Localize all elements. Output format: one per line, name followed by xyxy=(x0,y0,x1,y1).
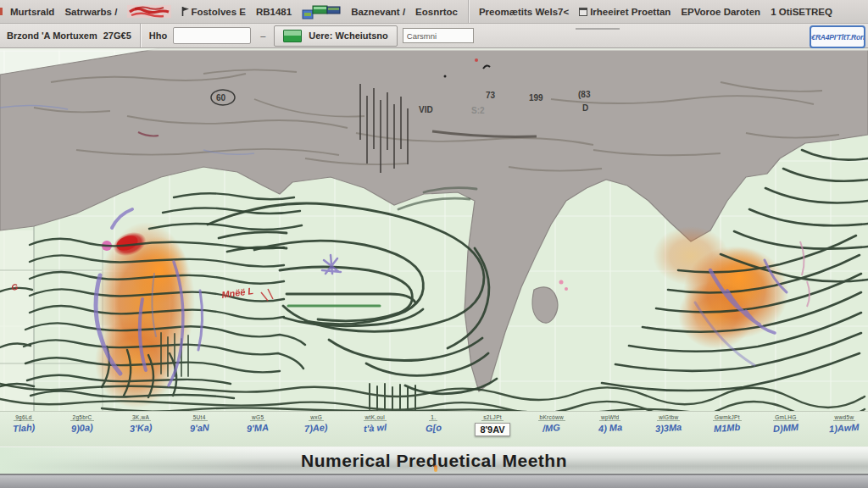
menu-item-8[interactable]: EPVoroe Daroten xyxy=(681,7,760,17)
timeline-step[interactable]: 2g5brC 9)0a) xyxy=(65,414,99,446)
menu-item-5[interactable]: Eosnrtoc xyxy=(415,7,458,17)
level-combo-group: Hho – xyxy=(149,27,270,44)
weather-app-window: Murtsrald Satrwarbs / Fostolves E RB1481 xyxy=(0,0,868,488)
timeline-step[interactable]: wtK,oul t'à wl xyxy=(358,414,392,446)
weather-map[interactable]: 60 VID S:2 73 199 (83 D Mnëë L G xyxy=(0,48,868,411)
timeline-step[interactable]: wpWfd 4) Ma xyxy=(593,414,627,446)
map-layers-icon[interactable] xyxy=(302,4,341,19)
menu-item-9[interactable]: 1 OtiSETREQ xyxy=(771,7,832,17)
map-top-edge xyxy=(0,48,868,51)
flag-icon xyxy=(181,6,189,17)
dataset-group: Brzond 'A Mortuxem 27G€5 xyxy=(7,30,131,41)
orange-speck xyxy=(434,465,437,472)
level-combo-box[interactable] xyxy=(173,27,251,44)
timeline-step[interactable]: bKrcóww /MG xyxy=(535,414,569,446)
timeline-step-selected[interactable]: s2LJPt 8'9AV xyxy=(475,414,509,446)
layer-toggle-button[interactable]: Uere: Wcheiutsno xyxy=(274,25,398,47)
map-canvas[interactable]: 60 VID S:2 73 199 (83 D Mnëë L G xyxy=(0,48,868,411)
edge-accent-mark xyxy=(0,8,3,15)
menu-item-6[interactable]: Preomætits Wels7< xyxy=(479,7,569,17)
red-scribble-logo-icon xyxy=(127,4,171,19)
timeline-step[interactable]: wwd5w 1)AwM xyxy=(827,414,861,446)
menu-item-7[interactable]: Irheeiret Proettan xyxy=(579,7,670,17)
timeline-step[interactable]: 3K,wA 3'Ka) xyxy=(124,414,158,446)
forecast-timeline: 9g6Ld Tlah) 2g5brC 9)0a) 3K,wA 3'Ka) 5Ut… xyxy=(0,411,868,446)
dataset-label: Brzond 'A Mortuxem xyxy=(7,30,97,41)
timeline-step[interactable]: GwmkJPt M1Mb xyxy=(710,414,744,446)
menu-item-2[interactable]: Fostolves E xyxy=(181,6,246,17)
toolbar: Brzond 'A Mortuxem 27G€5 Hho – Uere: Wch… xyxy=(0,24,868,48)
divider-line xyxy=(576,28,620,30)
map-label: 199 xyxy=(529,93,543,103)
menu-bar: Murtsrald Satrwarbs / Fostolves E RB1481 xyxy=(0,0,868,24)
window-icon xyxy=(579,8,587,16)
map-label: VID xyxy=(419,105,433,114)
brand-logo: ≈€RA4PI'TltT.RorF xyxy=(810,25,865,48)
dataset-value: 27G€5 xyxy=(103,30,131,41)
map-label: 73 xyxy=(486,91,496,100)
map-label: 60 xyxy=(216,93,226,103)
footer-title-bar: Numerical Preduetical Meethn xyxy=(0,446,868,474)
timeline-step[interactable]: 5Ut4 9'aN xyxy=(182,414,216,446)
menu-item-3[interactable]: RB1481 xyxy=(256,7,292,17)
timeline-step[interactable]: 9g6Ld Tlah) xyxy=(7,414,41,446)
layer-button-label: Uere: Wcheiutsno xyxy=(309,30,388,41)
timeline-step[interactable]: wxG 7)Ae) xyxy=(299,414,333,446)
map-label: S:2 xyxy=(471,106,485,115)
map-label: (83 xyxy=(578,90,591,99)
menu-item-0[interactable]: Murtsrald xyxy=(10,7,54,17)
menu-item-1[interactable]: Satrwarbs / xyxy=(64,7,117,17)
timeline-step[interactable]: GmLHG D)MM xyxy=(769,414,803,446)
timeline-step[interactable]: 1. G[o xyxy=(416,414,450,446)
island xyxy=(532,287,558,323)
map-label: D xyxy=(582,103,588,113)
timeline-step[interactable]: wlGtbw 3)3Ma xyxy=(652,414,686,446)
window-bottom-edge xyxy=(0,474,868,488)
search-input[interactable] xyxy=(403,28,474,43)
menu-separator xyxy=(468,0,469,23)
menu-item-4[interactable]: Baznevant / xyxy=(351,7,405,17)
toolbar-separator xyxy=(140,24,141,47)
minus-glyph: – xyxy=(260,30,265,41)
timeline-step[interactable]: wG5 9'MA xyxy=(241,414,275,446)
combo-label: Hho xyxy=(149,30,167,41)
green-layer-icon xyxy=(283,30,302,42)
